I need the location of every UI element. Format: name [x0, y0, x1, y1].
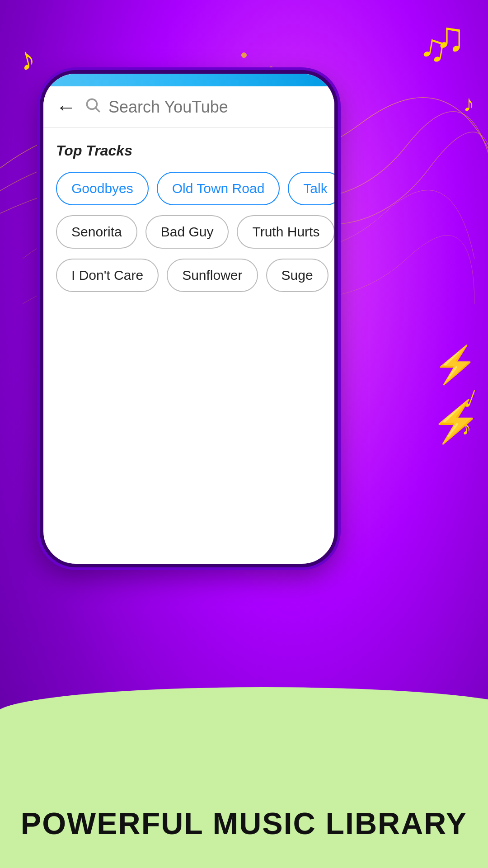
search-input[interactable] [108, 98, 322, 117]
top-tracks-title: Top Tracks [56, 142, 322, 159]
lightning-icon-1: ⚡ [433, 344, 478, 386]
back-button[interactable]: ← [56, 97, 76, 117]
lightning-icon-2: ⚡ [431, 398, 481, 445]
chip-bad-guy[interactable]: Bad Guy [145, 215, 229, 249]
svg-point-4 [87, 99, 97, 109]
search-icon [84, 96, 101, 118]
chip-senorita[interactable]: Senorita [56, 215, 137, 249]
chip-talk[interactable]: Talk [288, 172, 338, 205]
bottom-label: POWERFUL MUSIC LIBRARY [0, 806, 488, 841]
music-note-top-right: ♫ [435, 14, 466, 60]
chip-row-3: I Don't Care Sunflower Suge [56, 259, 322, 292]
background-green [0, 714, 488, 868]
chip-sunflower[interactable]: Sunflower [167, 259, 258, 292]
svg-line-5 [96, 108, 100, 112]
chip-row-1: Goodbyes Old Town Road Talk [56, 172, 322, 205]
chip-goodbyes[interactable]: Goodbyes [56, 172, 149, 205]
chip-row-2: Senorita Bad Guy Truth Hurts Sucker [56, 215, 322, 249]
search-bar: ← [43, 86, 334, 128]
chip-truth-hurts[interactable]: Truth Hurts [237, 215, 335, 249]
top-tracks-section: Top Tracks Goodbyes Old Town Road Talk S… [43, 128, 334, 292]
chip-old-town-road[interactable]: Old Town Road [157, 172, 280, 205]
phone-status-bar [43, 74, 334, 86]
chip-i-dont-care[interactable]: I Don't Care [56, 259, 159, 292]
chip-suge[interactable]: Suge [266, 259, 328, 292]
phone-device: ← Top Tracks Goodbyes Old Town Road Talk [40, 70, 338, 567]
